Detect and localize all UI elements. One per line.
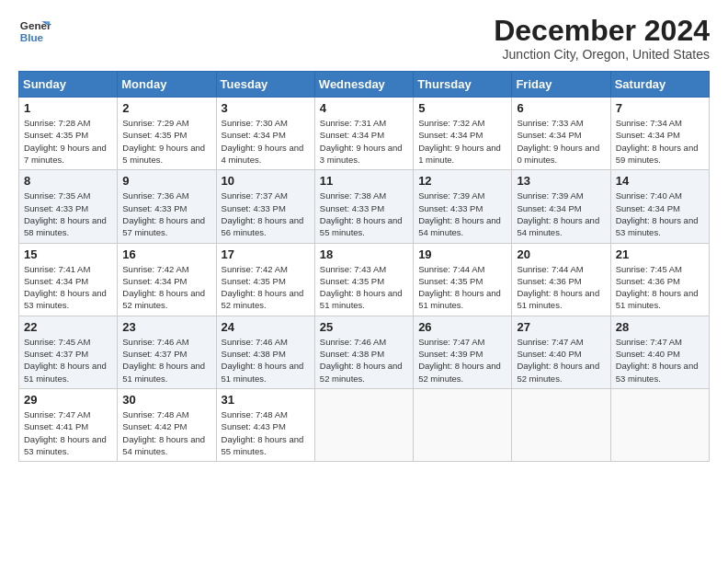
weekday-header-wednesday: Wednesday (314, 72, 413, 98)
day-info: Sunrise: 7:33 AMSunset: 4:34 PMDaylight:… (517, 117, 605, 166)
calendar-week-row: 29Sunrise: 7:47 AMSunset: 4:41 PMDayligh… (19, 388, 710, 461)
calendar-cell: 27Sunrise: 7:47 AMSunset: 4:40 PMDayligh… (512, 316, 610, 388)
day-number: 7 (616, 101, 704, 115)
day-number: 30 (122, 393, 210, 407)
calendar-week-row: 8Sunrise: 7:35 AMSunset: 4:33 PMDaylight… (19, 170, 710, 243)
calendar-week-row: 15Sunrise: 7:41 AMSunset: 4:34 PMDayligh… (19, 243, 710, 316)
day-info: Sunrise: 7:46 AMSunset: 4:38 PMDaylight:… (222, 336, 310, 385)
weekday-header-thursday: Thursday (414, 72, 512, 98)
day-info: Sunrise: 7:44 AMSunset: 4:36 PMDaylight:… (517, 263, 605, 312)
calendar-cell: 8Sunrise: 7:35 AMSunset: 4:33 PMDaylight… (19, 170, 118, 243)
day-info: Sunrise: 7:47 AMSunset: 4:40 PMDaylight:… (517, 336, 605, 385)
day-info: Sunrise: 7:48 AMSunset: 4:43 PMDaylight:… (222, 408, 310, 457)
logo-icon: General Blue (18, 15, 51, 48)
calendar-cell: 9Sunrise: 7:36 AMSunset: 4:33 PMDaylight… (118, 170, 216, 243)
day-number: 28 (616, 320, 704, 334)
day-info: Sunrise: 7:37 AMSunset: 4:33 PMDaylight:… (222, 190, 310, 238)
day-number: 25 (320, 320, 408, 334)
location-title: Junction City, Oregon, United States (494, 47, 710, 62)
calendar-cell: 16Sunrise: 7:42 AMSunset: 4:34 PMDayligh… (118, 243, 216, 316)
day-info: Sunrise: 7:38 AMSunset: 4:33 PMDaylight:… (320, 190, 408, 238)
day-info: Sunrise: 7:47 AMSunset: 4:40 PMDaylight:… (616, 336, 704, 385)
calendar-cell: 3Sunrise: 7:30 AMSunset: 4:34 PMDaylight… (216, 98, 314, 170)
title-area: December 2024 Junction City, Oregon, Uni… (494, 15, 710, 62)
calendar-table: SundayMondayTuesdayWednesdayThursdayFrid… (18, 71, 710, 462)
day-number: 8 (24, 174, 112, 188)
calendar-cell: 26Sunrise: 7:47 AMSunset: 4:39 PMDayligh… (414, 316, 512, 388)
logo: General Blue (18, 15, 51, 48)
day-info: Sunrise: 7:34 AMSunset: 4:34 PMDaylight:… (616, 117, 704, 166)
day-number: 16 (122, 247, 210, 261)
calendar-cell: 1Sunrise: 7:28 AMSunset: 4:35 PMDaylight… (19, 98, 118, 170)
day-info: Sunrise: 7:43 AMSunset: 4:35 PMDaylight:… (320, 263, 408, 312)
calendar-cell: 12Sunrise: 7:39 AMSunset: 4:33 PMDayligh… (414, 170, 512, 243)
day-number: 12 (418, 174, 506, 188)
day-info: Sunrise: 7:42 AMSunset: 4:34 PMDaylight:… (122, 263, 210, 312)
calendar-cell: 11Sunrise: 7:38 AMSunset: 4:33 PMDayligh… (314, 170, 413, 243)
calendar-cell: 14Sunrise: 7:40 AMSunset: 4:34 PMDayligh… (610, 170, 709, 243)
day-info: Sunrise: 7:42 AMSunset: 4:35 PMDaylight:… (222, 263, 310, 312)
day-info: Sunrise: 7:32 AMSunset: 4:34 PMDaylight:… (418, 117, 506, 166)
day-number: 18 (320, 247, 408, 261)
day-number: 1 (24, 101, 112, 115)
calendar-header-row: SundayMondayTuesdayWednesdayThursdayFrid… (19, 72, 710, 98)
day-number: 5 (418, 101, 506, 115)
day-info: Sunrise: 7:28 AMSunset: 4:35 PMDaylight:… (24, 117, 112, 166)
calendar-cell: 15Sunrise: 7:41 AMSunset: 4:34 PMDayligh… (19, 243, 118, 316)
weekday-header-friday: Friday (512, 72, 610, 98)
calendar-week-row: 22Sunrise: 7:45 AMSunset: 4:37 PMDayligh… (19, 316, 710, 388)
calendar-cell: 5Sunrise: 7:32 AMSunset: 4:34 PMDaylight… (414, 98, 512, 170)
day-number: 21 (616, 247, 704, 261)
day-number: 26 (418, 320, 506, 334)
day-info: Sunrise: 7:47 AMSunset: 4:41 PMDaylight:… (24, 408, 112, 457)
day-number: 15 (24, 247, 112, 261)
day-info: Sunrise: 7:45 AMSunset: 4:36 PMDaylight:… (616, 263, 704, 312)
day-number: 22 (24, 320, 112, 334)
day-info: Sunrise: 7:48 AMSunset: 4:42 PMDaylight:… (122, 408, 210, 457)
day-info: Sunrise: 7:46 AMSunset: 4:38 PMDaylight:… (320, 336, 408, 385)
calendar-cell: 23Sunrise: 7:46 AMSunset: 4:37 PMDayligh… (118, 316, 216, 388)
weekday-header-tuesday: Tuesday (216, 72, 314, 98)
calendar-cell: 28Sunrise: 7:47 AMSunset: 4:40 PMDayligh… (610, 316, 709, 388)
day-number: 27 (517, 320, 605, 334)
calendar-cell: 24Sunrise: 7:46 AMSunset: 4:38 PMDayligh… (216, 316, 314, 388)
day-info: Sunrise: 7:41 AMSunset: 4:34 PMDaylight:… (24, 263, 112, 312)
header: General Blue December 2024 Junction City… (18, 15, 710, 62)
day-number: 23 (122, 320, 210, 334)
weekday-header-saturday: Saturday (610, 72, 709, 98)
calendar-cell (314, 388, 413, 461)
calendar-cell: 13Sunrise: 7:39 AMSunset: 4:34 PMDayligh… (512, 170, 610, 243)
calendar-cell: 6Sunrise: 7:33 AMSunset: 4:34 PMDaylight… (512, 98, 610, 170)
day-info: Sunrise: 7:40 AMSunset: 4:34 PMDaylight:… (616, 190, 704, 238)
calendar-cell: 25Sunrise: 7:46 AMSunset: 4:38 PMDayligh… (314, 316, 413, 388)
day-number: 4 (320, 101, 408, 115)
day-number: 13 (517, 174, 605, 188)
calendar-cell: 2Sunrise: 7:29 AMSunset: 4:35 PMDaylight… (118, 98, 216, 170)
svg-text:General: General (20, 19, 51, 31)
day-info: Sunrise: 7:39 AMSunset: 4:33 PMDaylight:… (418, 190, 506, 238)
day-info: Sunrise: 7:30 AMSunset: 4:34 PMDaylight:… (222, 117, 310, 166)
day-info: Sunrise: 7:36 AMSunset: 4:33 PMDaylight:… (122, 190, 210, 238)
calendar-cell (512, 388, 610, 461)
calendar-week-row: 1Sunrise: 7:28 AMSunset: 4:35 PMDaylight… (19, 98, 710, 170)
day-number: 9 (122, 174, 210, 188)
day-number: 11 (320, 174, 408, 188)
day-number: 6 (517, 101, 605, 115)
day-info: Sunrise: 7:46 AMSunset: 4:37 PMDaylight:… (122, 336, 210, 385)
day-number: 29 (24, 393, 112, 407)
calendar-cell: 17Sunrise: 7:42 AMSunset: 4:35 PMDayligh… (216, 243, 314, 316)
calendar-cell: 4Sunrise: 7:31 AMSunset: 4:34 PMDaylight… (314, 98, 413, 170)
day-number: 3 (222, 101, 310, 115)
calendar-cell: 10Sunrise: 7:37 AMSunset: 4:33 PMDayligh… (216, 170, 314, 243)
day-number: 31 (222, 393, 310, 407)
calendar-cell: 21Sunrise: 7:45 AMSunset: 4:36 PMDayligh… (610, 243, 709, 316)
calendar-cell: 31Sunrise: 7:48 AMSunset: 4:43 PMDayligh… (216, 388, 314, 461)
day-info: Sunrise: 7:31 AMSunset: 4:34 PMDaylight:… (320, 117, 408, 166)
calendar-cell: 30Sunrise: 7:48 AMSunset: 4:42 PMDayligh… (118, 388, 216, 461)
calendar-cell: 22Sunrise: 7:45 AMSunset: 4:37 PMDayligh… (19, 316, 118, 388)
day-number: 2 (122, 101, 210, 115)
weekday-header-sunday: Sunday (19, 72, 118, 98)
day-info: Sunrise: 7:44 AMSunset: 4:35 PMDaylight:… (418, 263, 506, 312)
svg-text:Blue: Blue (20, 31, 44, 43)
calendar-body: 1Sunrise: 7:28 AMSunset: 4:35 PMDaylight… (19, 98, 710, 462)
